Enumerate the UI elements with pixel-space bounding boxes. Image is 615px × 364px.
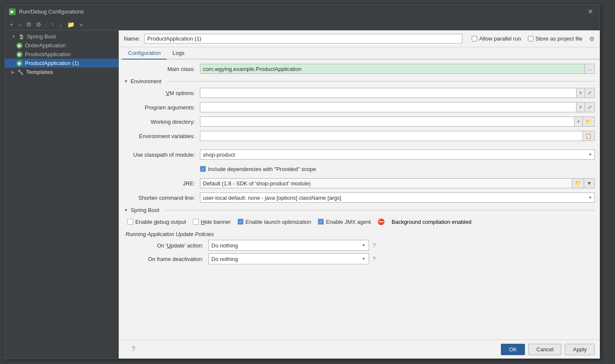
classpath-label: Use classpath of module: xyxy=(124,152,200,158)
move-up-button[interactable]: ↑ xyxy=(49,20,56,29)
spring-boot-section-line xyxy=(165,210,595,210)
environment-label: Environment xyxy=(131,78,161,84)
program-args-fullscreen-button[interactable]: ⤢ xyxy=(585,102,595,112)
config-area: Main class: ... ▼ Environment VM options… xyxy=(119,60,600,340)
enable-launch-checkbox[interactable]: ✓ xyxy=(238,219,243,225)
jre-dropdown-button[interactable]: ▼ xyxy=(584,178,595,188)
enable-debug-label: Enable debug output xyxy=(135,219,186,225)
hide-banner-label: Hide banner xyxy=(201,219,231,225)
main-class-input-group: ... xyxy=(200,64,595,74)
vm-options-input-group: + ⤢ xyxy=(200,88,595,98)
store-project-gear-button[interactable]: ⚙ xyxy=(589,35,595,42)
bottom-bar: ? OK Cancel Apply xyxy=(119,340,600,359)
include-deps-checkbox[interactable]: ✓ xyxy=(200,166,206,172)
main-class-label: Main class: xyxy=(124,66,200,72)
env-vars-edit-button[interactable]: 📋 xyxy=(583,131,595,141)
more-button[interactable]: » xyxy=(78,20,85,29)
enable-jmx-checkbox-label[interactable]: ✓ Enable JMX agent xyxy=(318,219,371,225)
working-dir-input-group: + 📁 xyxy=(200,117,595,127)
enable-debug-checkbox-label[interactable]: Enable debug output xyxy=(127,219,186,225)
store-project-label: Store as project file xyxy=(536,35,582,42)
sidebar-item-order-application[interactable]: ▶ OrderApplication xyxy=(5,41,118,50)
store-project-checkbox-label[interactable]: Store as project file xyxy=(528,35,582,42)
on-frame-help-icon[interactable]: ? xyxy=(372,255,376,262)
environment-arrow: ▼ xyxy=(124,79,128,84)
allow-parallel-checkbox-label[interactable]: Allow parallel run xyxy=(472,35,521,42)
hide-banner-checkbox-label[interactable]: Hide banner xyxy=(193,219,231,225)
templates-icon: 🔧 xyxy=(17,69,24,75)
hide-banner-checkbox[interactable] xyxy=(193,219,199,225)
jre-browse-button[interactable]: 📁 xyxy=(572,178,584,188)
tree-spring-boot[interactable]: ▼ 🍃 Spring Boot xyxy=(5,32,118,41)
help-button[interactable]: ? xyxy=(124,343,143,355)
edit-config-button[interactable]: ⚙ xyxy=(34,20,43,29)
shorten-select[interactable]: user-local default: none - java [options… xyxy=(200,193,595,203)
include-deps-row: ✓ Include dependencies with "Provided" s… xyxy=(124,163,595,175)
main-class-browse-button[interactable]: ... xyxy=(585,64,595,74)
name-label: Name: xyxy=(124,35,140,42)
main-class-row: Main class: ... xyxy=(124,63,595,75)
working-dir-browse-button[interactable]: 📁 xyxy=(583,117,595,127)
enable-launch-checkbox-label[interactable]: ✓ Enable launch optimization xyxy=(238,219,311,225)
working-dir-label: Working directory: xyxy=(124,119,200,125)
enable-jmx-checkbox[interactable]: ✓ xyxy=(318,219,324,225)
run-debug-dialog: ▶ Run/Debug Configurations ✕ + – ⧉ ⚙ ↑ ↓… xyxy=(4,4,600,359)
jre-input[interactable] xyxy=(200,178,572,188)
vm-options-fullscreen-button[interactable]: ⤢ xyxy=(585,88,595,98)
vm-options-input[interactable] xyxy=(200,88,577,98)
main-class-input[interactable] xyxy=(200,64,585,74)
working-dir-input[interactable] xyxy=(200,117,574,127)
cancel-button[interactable]: Cancel xyxy=(528,344,561,355)
jre-row: JRE: 📁 ▼ xyxy=(124,177,595,189)
spring-boot-label: Spring Boot xyxy=(27,33,56,40)
vm-options-row: VM options: + ⤢ xyxy=(124,87,595,99)
vm-options-expand-button[interactable]: + xyxy=(577,88,585,98)
environment-section-header[interactable]: ▼ Environment xyxy=(124,78,595,84)
include-deps-label: Include dependencies with "Provided" sco… xyxy=(208,166,316,172)
on-update-help-icon[interactable]: ? xyxy=(372,242,376,249)
toolbar: + – ⧉ ⚙ ↑ ↓ 📁 » xyxy=(5,19,600,30)
spring-boot-section-header[interactable]: ▼ Spring Boot xyxy=(124,207,595,213)
on-update-row: On 'Update' action: Do nothing ? xyxy=(132,240,595,251)
ok-button[interactable]: OK xyxy=(501,344,525,355)
on-frame-select-wrapper: Do nothing xyxy=(208,253,369,264)
sidebar-item-product-application-1[interactable]: ▶ ProductApplication (1) xyxy=(5,59,118,68)
product-app-1-icon: ▶ xyxy=(16,60,22,66)
env-vars-input[interactable] xyxy=(200,131,583,141)
tab-logs[interactable]: Logs xyxy=(167,47,190,60)
sidebar-item-templates[interactable]: ▶ 🔧 Templates xyxy=(5,68,118,76)
name-input[interactable] xyxy=(144,34,462,43)
program-args-expand-button[interactable]: + xyxy=(577,102,585,112)
classpath-select[interactable]: shop-product xyxy=(200,149,595,160)
move-down-button[interactable]: ↓ xyxy=(57,20,64,29)
store-project-checkbox[interactable] xyxy=(528,36,533,41)
spring-boot-section-arrow: ▼ xyxy=(124,208,128,212)
folder-button[interactable]: 📁 xyxy=(66,20,76,29)
on-update-select[interactable]: Do nothing xyxy=(208,240,369,251)
allow-parallel-checkbox[interactable] xyxy=(472,36,477,41)
on-frame-select[interactable]: Do nothing xyxy=(208,253,369,264)
right-panel: Name: Allow parallel run Store as projec… xyxy=(119,30,600,359)
spring-boot-arrow: ▼ xyxy=(11,34,16,39)
program-args-input[interactable] xyxy=(200,102,577,112)
apply-button[interactable]: Apply xyxy=(565,344,595,355)
toolbar-separator xyxy=(46,21,46,28)
enable-launch-label: Enable launch optimization xyxy=(246,219,311,225)
shorten-label: Shorten command line: xyxy=(124,195,200,201)
copy-config-button[interactable]: ⧉ xyxy=(25,20,33,29)
jre-input-group: 📁 ▼ xyxy=(200,178,595,188)
order-app-icon: ▶ xyxy=(16,43,22,49)
enable-debug-checkbox[interactable] xyxy=(127,219,133,225)
tab-configuration[interactable]: Configuration xyxy=(122,47,167,60)
add-config-button[interactable]: + xyxy=(8,20,15,29)
product-app-icon: ▶ xyxy=(16,52,22,57)
close-button[interactable]: ✕ xyxy=(585,7,596,16)
left-panel: ▼ 🍃 Spring Boot ▶ OrderApplication ▶ Pro… xyxy=(5,30,119,359)
sidebar-item-product-application[interactable]: ▶ ProductApplication xyxy=(5,50,118,59)
include-deps-checkbox-label[interactable]: ✓ Include dependencies with "Provided" s… xyxy=(200,166,316,172)
env-vars-label: Environment variables: xyxy=(124,133,200,139)
product-app-label: ProductApplication xyxy=(25,51,71,57)
remove-config-button[interactable]: – xyxy=(16,20,23,29)
allow-parallel-label: Allow parallel run xyxy=(479,35,521,42)
working-dir-add-button[interactable]: + xyxy=(574,117,583,127)
